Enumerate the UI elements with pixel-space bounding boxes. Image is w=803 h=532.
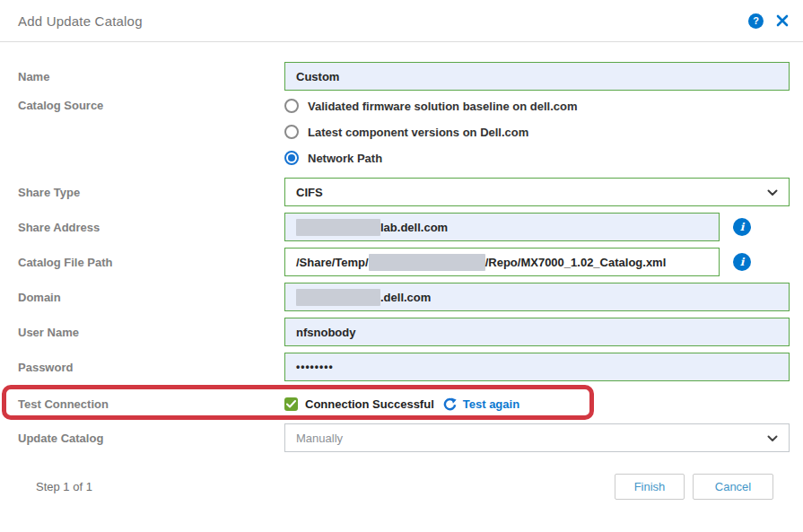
add-update-catalog-dialog: Add Update Catalog ? Name Custom Catalog… [0,0,803,532]
catalog-source-label: Catalog Source [18,97,284,112]
radio-icon [284,151,299,165]
close-icon[interactable] [775,13,790,28]
password-label: Password [18,361,284,374]
success-checkbox-icon [284,397,298,411]
domain-value: .dell.com [380,291,431,304]
cancel-button[interactable]: Cancel [693,474,773,500]
catalog-file-path-label: Catalog File Path [18,256,284,269]
update-catalog-label: Update Catalog [18,432,284,445]
dialog-header: Add Update Catalog ? [0,0,803,42]
user-name-input[interactable]: nfsnobody [284,318,790,346]
user-name-row: User Name nfsnobody [18,318,790,346]
domain-label: Domain [18,291,284,304]
name-input[interactable]: Custom [284,62,790,91]
catalog-source-row: Catalog Source Validated firmware soluti… [18,97,790,165]
radio-label: Network Path [308,152,382,165]
password-row: Password •••••••• [18,353,790,381]
info-icon[interactable]: i [733,218,751,236]
radio-validated-firmware-baseline[interactable]: Validated firmware solution baseline on … [284,99,578,113]
domain-row: Domain .dell.com [18,283,790,311]
test-connection-label: Test Connection [18,397,284,411]
radio-icon [284,99,299,113]
radio-latest-component-versions[interactable]: Latest component versions on Dell.com [284,125,578,139]
path-suffix: /Repo/MX7000_1.02_Catalog.xml [485,256,667,269]
chevron-down-icon [767,186,778,199]
share-address-label: Share Address [18,221,284,234]
share-address-row: Share Address lab.dell.com i [18,213,790,241]
help-icon[interactable]: ? [748,13,764,29]
share-type-label: Share Type [18,186,284,199]
finish-button[interactable]: Finish [615,474,685,500]
share-address-value: lab.dell.com [380,221,448,234]
password-input[interactable]: •••••••• [284,353,790,381]
password-masked-value: •••••••• [296,361,334,373]
update-catalog-row: Update Catalog Manually [18,423,790,452]
catalog-file-path-row: Catalog File Path /Share/Temp//Repo/MX70… [18,248,790,276]
name-label: Name [18,70,284,83]
dialog-footer: Step 1 of 1 Finish Cancel [18,474,790,500]
name-row: Name Custom [18,62,790,91]
radio-label: Latest component versions on Dell.com [308,126,528,139]
redacted-text-block [296,219,380,236]
share-type-value: CIFS [296,186,767,199]
share-address-input[interactable]: lab.dell.com [284,213,720,241]
test-again-link[interactable]: Test again [463,397,519,411]
info-icon[interactable]: i [733,253,751,271]
radio-label: Validated firmware solution baseline on … [308,100,578,113]
catalog-file-path-input[interactable]: /Share/Temp//Repo/MX7000_1.02_Catalog.xm… [284,248,720,276]
share-type-row: Share Type CIFS [18,178,790,206]
chevron-down-icon [767,432,778,445]
step-indicator: Step 1 of 1 [36,480,92,493]
radio-network-path[interactable]: Network Path [284,151,578,165]
update-catalog-select[interactable]: Manually [284,423,790,452]
redacted-text-block [296,289,380,306]
test-connection-row: Test Connection Connection Successful Te… [18,388,790,420]
update-catalog-value: Manually [296,432,767,445]
dialog-title: Add Update Catalog [18,13,143,29]
path-prefix: /Share/Temp/ [296,256,369,269]
share-type-select[interactable]: CIFS [284,178,790,206]
connection-status-text: Connection Successful [305,397,434,411]
domain-input[interactable]: .dell.com [284,283,790,311]
user-name-label: User Name [18,326,284,339]
dialog-body: Name Custom Catalog Source Validated fir… [0,42,803,500]
refresh-icon[interactable] [443,397,457,411]
redacted-text-block [369,254,485,271]
radio-icon [284,125,299,139]
catalog-source-radio-group: Validated firmware solution baseline on … [284,97,578,165]
